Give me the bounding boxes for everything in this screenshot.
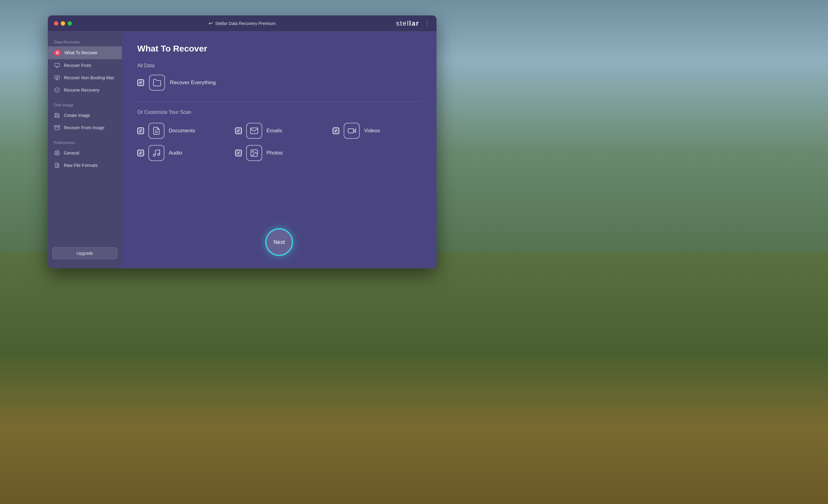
sidebar-item-label: General: [64, 151, 79, 156]
sidebar-item-recover-from-image[interactable]: Recover From Image: [48, 122, 122, 134]
sidebar-item-general[interactable]: General: [48, 147, 122, 159]
sidebar-item-recover-from[interactable]: Recover From: [48, 59, 122, 72]
image-icon: [250, 149, 258, 157]
customize-label: Or Customize Your Scan: [137, 110, 421, 115]
divider: [137, 101, 421, 102]
emails-label: Emails: [266, 128, 282, 134]
option-photos: Photos: [235, 145, 324, 161]
svg-rect-0: [55, 63, 59, 67]
sidebar-item-label: What To Recover: [65, 50, 97, 55]
videos-checkbox[interactable]: [333, 127, 339, 134]
sidebar-item-label: Create Image: [64, 113, 90, 118]
sidebar-item-label: Recover From: [64, 63, 91, 68]
documents-label: Documents: [169, 128, 195, 134]
music-icon: [152, 149, 161, 157]
audio-label: Audio: [169, 150, 182, 156]
active-dot: [54, 49, 61, 56]
sidebar-item-label: Recover From Image: [64, 125, 104, 130]
svg-point-17: [153, 154, 156, 156]
traffic-lights: [54, 21, 72, 26]
menu-button[interactable]: ⋮: [424, 20, 430, 27]
data-recovery-section-label: Data Recovery: [48, 38, 122, 46]
gear-icon: [54, 150, 60, 156]
folder-icon-box: [149, 75, 165, 91]
svg-point-9: [56, 152, 58, 154]
sidebar-item-raw-file-formats[interactable]: Raw File Formats: [48, 159, 122, 171]
option-videos: Videos: [333, 123, 421, 139]
title-text: Stellar Data Recovery Premium: [215, 21, 276, 26]
file-text-icon: [54, 162, 60, 168]
sidebar-item-recover-non-booting[interactable]: Recover Non Booting Mac: [48, 72, 122, 84]
next-button[interactable]: Next: [265, 228, 293, 256]
maximize-button[interactable]: [68, 21, 72, 26]
emails-icon-box: [246, 123, 262, 139]
sidebar-item-what-to-recover[interactable]: What To Recover: [48, 46, 122, 59]
preferences-section-label: Preferences: [48, 138, 122, 147]
title-bar: ↩ Stellar Data Recovery Premium stellar …: [48, 15, 437, 32]
recover-everything-label: Recover Everything: [170, 80, 216, 86]
next-button-label: Next: [273, 239, 285, 246]
sidebar-item-label: Recover Non Booting Mac: [64, 75, 114, 80]
save-icon: [54, 112, 60, 119]
sidebar-item-resume-recovery[interactable]: Resume Recovery: [48, 84, 122, 96]
title-right: stellar ⋮: [396, 19, 430, 28]
all-data-label: All Data: [137, 63, 421, 69]
video-icon: [347, 126, 356, 135]
sidebar-item-create-image[interactable]: Create Image: [48, 109, 122, 122]
option-emails: Emails: [235, 123, 324, 139]
close-button[interactable]: [54, 21, 58, 26]
recover-everything-checkbox[interactable]: [137, 79, 144, 86]
option-documents: Documents: [137, 123, 226, 139]
sidebar-item-label: Resume Recovery: [64, 88, 99, 92]
svg-point-20: [252, 151, 254, 152]
documents-checkbox[interactable]: [137, 127, 144, 134]
monitor-icon: [54, 62, 60, 69]
photos-checkbox[interactable]: [235, 150, 242, 156]
videos-label: Videos: [364, 128, 380, 134]
stellar-logo: stellar: [396, 19, 419, 28]
monitor-x-icon: [54, 75, 60, 81]
app-window: ↩ Stellar Data Recovery Premium stellar …: [48, 15, 437, 268]
mail-icon: [250, 126, 258, 135]
next-button-container: Next: [265, 228, 293, 256]
photos-icon-box: [246, 145, 262, 161]
check-circle-icon: [54, 87, 60, 93]
minimize-button[interactable]: [61, 21, 65, 26]
recover-everything-row: Recover Everything: [137, 75, 421, 91]
sidebar: Data Recovery What To Recover Recover Fr…: [48, 32, 122, 268]
documents-icon: [152, 126, 161, 135]
archive-icon: [54, 125, 60, 131]
audio-icon-box: [149, 145, 164, 161]
back-icon: ↩: [209, 20, 213, 26]
photos-label: Photos: [266, 150, 283, 156]
videos-icon-box: [344, 123, 360, 139]
svg-rect-7: [54, 126, 60, 127]
page-title: What To Recover: [137, 44, 421, 54]
svg-point-18: [158, 153, 160, 156]
main-content: Data Recovery What To Recover Recover Fr…: [48, 32, 437, 268]
sidebar-item-label: Raw File Formats: [64, 163, 98, 168]
svg-marker-16: [354, 129, 356, 133]
option-audio: Audio: [137, 145, 226, 161]
upgrade-button[interactable]: Upgrade: [52, 247, 117, 259]
window-title: ↩ Stellar Data Recovery Premium: [209, 20, 276, 26]
options-grid: Documents Emails: [137, 123, 421, 161]
content-panel: What To Recover All Data Recover Everyth…: [122, 32, 437, 268]
svg-rect-15: [348, 129, 354, 133]
folder-icon: [153, 78, 161, 87]
documents-icon-box: [149, 123, 164, 139]
disk-image-section-label: Disk Image: [48, 100, 122, 109]
emails-checkbox[interactable]: [235, 127, 242, 134]
audio-checkbox[interactable]: [137, 150, 144, 156]
